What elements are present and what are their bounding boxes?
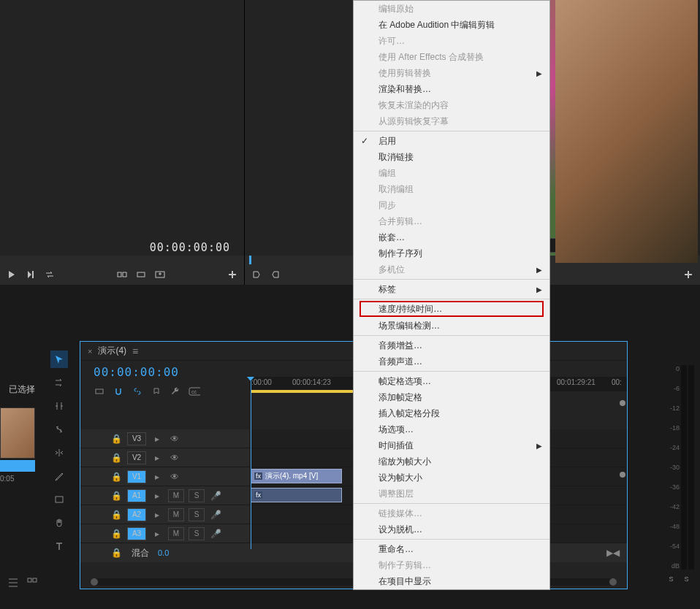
add-icon[interactable]	[227, 269, 238, 280]
menu-scale-frame[interactable]: 缩放为帧大小	[354, 453, 549, 470]
v-scroll-handle-top[interactable]	[620, 400, 625, 406]
list-view-icon[interactable]	[7, 577, 19, 589]
toggle-output-icon[interactable]: ▸	[151, 432, 164, 445]
step-forward-icon[interactable]	[25, 269, 37, 280]
menu-frame-hold-opts[interactable]: 帧定格选项…	[354, 373, 549, 389]
play-icon[interactable]	[6, 269, 18, 280]
video-clip[interactable]: fx演示(4). mp4 [V]	[251, 469, 342, 483]
mute-button[interactable]: M	[168, 508, 184, 521]
solo-button[interactable]: S	[189, 527, 205, 540]
lock-icon[interactable]: 🔒	[110, 508, 123, 521]
mark-in-icon[interactable]	[251, 269, 262, 280]
source-timecode[interactable]: 00:00:00:00	[150, 241, 230, 254]
menu-rename[interactable]: 重命名…	[354, 541, 549, 557]
lock-icon[interactable]: 🔒	[110, 432, 123, 445]
snap-icon[interactable]	[113, 386, 124, 397]
icon-view-icon[interactable]	[26, 577, 38, 589]
track-label-v2[interactable]: V2	[127, 451, 146, 464]
menu-audio-channels[interactable]: 音频声道…	[354, 353, 549, 369]
track-label-a1[interactable]: A1	[127, 489, 146, 502]
menu-insert-hold-seg[interactable]: 插入帧定格分段	[354, 405, 549, 421]
lock-icon[interactable]: 🔒	[110, 470, 123, 483]
mic-icon[interactable]: 🎤	[209, 508, 222, 521]
selection-tool-icon[interactable]	[50, 351, 68, 368]
menu-label[interactable]: 标签▶	[354, 281, 549, 297]
solo-button[interactable]: S	[189, 508, 205, 521]
menu-set-frame[interactable]: 设为帧大小	[354, 470, 549, 486]
mute-button[interactable]: M	[168, 489, 184, 502]
meter-icon[interactable]: ▶◀	[606, 546, 620, 559]
menu-scene-detect[interactable]: 场景编辑检测…	[354, 318, 549, 334]
solo-button[interactable]: S	[189, 489, 205, 502]
track-label-a3[interactable]: A3	[127, 527, 146, 540]
project-thumbnail[interactable]	[0, 407, 35, 459]
audio-clip[interactable]: fx	[251, 488, 342, 502]
lock-icon[interactable]: 🔒	[110, 489, 123, 502]
menu-subsequence[interactable]: 制作子序列	[354, 245, 549, 261]
toggle-output-icon[interactable]: ▸	[151, 527, 164, 540]
menu-add-frame-hold[interactable]: 添加帧定格	[354, 389, 549, 405]
selected-label: 已选择	[0, 383, 44, 396]
type-tool-icon[interactable]	[50, 537, 68, 555]
add-icon[interactable]	[682, 269, 694, 280]
scrollbar-handle-right[interactable]	[609, 578, 617, 586]
menu-reveal-project[interactable]: 在项目中显示	[354, 573, 549, 589]
menu-audio-gain[interactable]: 音频增益…	[354, 337, 549, 353]
menu-speed-duration[interactable]: 速度/持续时间…	[359, 301, 544, 317]
sequence-tab-title[interactable]: 演示(4)	[98, 345, 126, 357]
menu-nest[interactable]: 嵌套…	[354, 229, 549, 245]
close-tab-icon[interactable]: ×	[88, 347, 92, 356]
insert-icon[interactable]	[116, 269, 128, 280]
slip-tool-icon[interactable]	[50, 444, 68, 461]
menu-offline[interactable]: 设为脱机…	[354, 521, 549, 537]
rectangle-tool-icon[interactable]	[50, 491, 68, 508]
razor-tool-icon[interactable]	[50, 421, 68, 438]
cc-icon[interactable]: cc	[189, 386, 200, 397]
menu-adjustment: 调整图层	[354, 486, 549, 502]
mark-out-icon[interactable]	[270, 269, 281, 280]
overwrite-icon[interactable]	[135, 269, 147, 280]
panel-menu-icon[interactable]: ≡	[132, 345, 138, 357]
hand-tool-icon[interactable]	[50, 514, 68, 532]
pen-tool-icon[interactable]	[50, 467, 68, 485]
menu-field-options[interactable]: 场选项…	[354, 421, 549, 437]
export-frame-icon[interactable]	[154, 269, 166, 280]
eye-icon[interactable]: 👁	[168, 432, 181, 445]
solo-left[interactable]: S	[669, 575, 673, 583]
mic-icon[interactable]: 🎤	[209, 489, 222, 502]
toggle-output-icon[interactable]: ▸	[151, 451, 164, 464]
lock-icon[interactable]: 🔒	[110, 451, 123, 464]
mic-icon[interactable]: 🎤	[209, 527, 222, 540]
ripple-tool-icon[interactable]	[50, 397, 68, 415]
menu-unlink[interactable]: 取消链接	[354, 149, 549, 165]
menu-time-interp[interactable]: 时间插值▶	[354, 437, 549, 453]
track-label-a2[interactable]: A2	[127, 508, 146, 521]
toggle-output-icon[interactable]: ▸	[151, 508, 164, 521]
eye-icon[interactable]: 👁	[168, 470, 181, 483]
settings-icon[interactable]	[170, 386, 181, 397]
timeline-playhead-time[interactable]: 00:00:00:00	[94, 365, 179, 379]
nest-icon[interactable]	[94, 386, 105, 397]
mute-button[interactable]: M	[168, 527, 184, 540]
menu-edit-audition[interactable]: 在 Adobe Audition 中编辑剪辑	[354, 17, 549, 33]
track-label-v1[interactable]: V1	[127, 470, 146, 483]
lock-icon[interactable]: 🔒	[110, 546, 123, 559]
loop-icon[interactable]	[44, 269, 56, 280]
menu-group: 编组	[354, 165, 549, 181]
eye-icon[interactable]: 👁	[168, 451, 181, 464]
markers-icon[interactable]	[151, 386, 162, 397]
menu-enable[interactable]: ✓启用	[354, 133, 549, 149]
track-select-tool-icon[interactable]	[50, 374, 68, 391]
track-label-v3[interactable]: V3	[127, 432, 146, 445]
menu-after-effects: 使用 After Effects 合成替换	[354, 49, 549, 65]
linked-selection-icon[interactable]	[132, 386, 143, 397]
menu-render-replace[interactable]: 渲染和替换…	[354, 81, 549, 97]
toggle-output-icon[interactable]: ▸	[151, 470, 164, 483]
mix-value[interactable]: 0.0	[158, 548, 169, 557]
scrollbar-handle-left[interactable]	[91, 578, 98, 586]
lock-icon[interactable]: 🔒	[110, 527, 123, 540]
v-scroll-handle-bottom[interactable]	[620, 472, 625, 478]
toggle-output-icon[interactable]: ▸	[151, 489, 164, 502]
solo-right[interactable]: S	[684, 575, 688, 583]
timeline-playhead[interactable]	[251, 381, 251, 549]
